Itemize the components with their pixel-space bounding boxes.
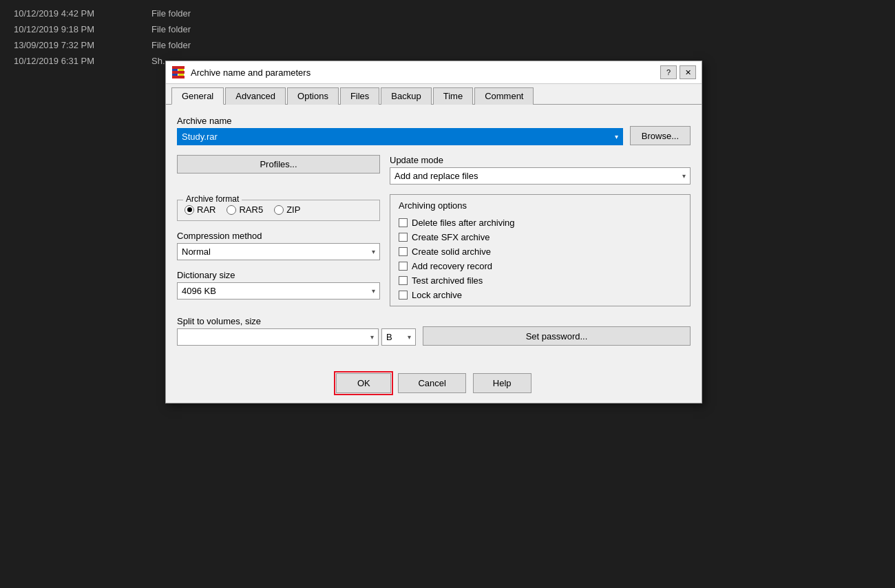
split-value-dropdown[interactable]: ▾	[177, 328, 379, 346]
title-bar: Archive name and parameters ? ✕	[166, 61, 702, 84]
split-volumes-group: Split to volumes, size ▾ B ▾	[177, 316, 416, 346]
tab-general[interactable]: General	[171, 87, 224, 105]
compression-dropdown[interactable]: Normal ▾	[177, 243, 380, 260]
profiles-button[interactable]: Profiles...	[177, 155, 380, 174]
tab-files[interactable]: Files	[340, 87, 379, 105]
archive-name-row: Archive name Study.rar ▾ Browse...	[177, 116, 691, 145]
bg-date-4: 10/12/2019 6:31 PM	[14, 56, 124, 66]
dictionary-label: Dictionary size	[177, 270, 380, 280]
profiles-section: Profiles...	[177, 155, 380, 185]
archiving-options-box: Archiving options Delete files after arc…	[390, 194, 691, 306]
checkbox-delete-box	[399, 218, 408, 227]
split-unit-chevron-icon: ▾	[408, 333, 411, 341]
compression-label: Compression method	[177, 231, 380, 241]
title-bar-controls: ? ✕	[660, 65, 696, 79]
tab-bar: General Advanced Options Files Backup Ti…	[166, 84, 702, 105]
checkbox-recovery[interactable]: Add recovery record	[399, 261, 682, 271]
cancel-button[interactable]: Cancel	[398, 373, 465, 393]
split-inputs-row: ▾ B ▾	[177, 328, 416, 346]
dialog-footer: OK Cancel Help	[166, 366, 702, 403]
archive-name-chevron-icon: ▾	[615, 133, 618, 140]
dialog-title: Archive name and parameters	[191, 67, 655, 78]
ok-button[interactable]: OK	[336, 373, 391, 393]
compression-chevron-icon: ▾	[372, 248, 375, 255]
bg-row-3: 13/09/2019 7:32 PM File folder	[14, 37, 881, 53]
help-button[interactable]: Help	[473, 373, 531, 393]
checkbox-lock-box	[399, 291, 408, 300]
checkbox-solid[interactable]: Create solid archive	[399, 246, 682, 257]
dictionary-dropdown[interactable]: 4096 KB ▾	[177, 282, 380, 300]
compression-method-group: Compression method Normal ▾	[177, 231, 380, 260]
tab-options[interactable]: Options	[287, 87, 339, 105]
bg-type-3: File folder	[151, 40, 191, 50]
profiles-updatemode-row: Profiles... Update mode Add and replace …	[177, 155, 691, 185]
dictionary-size-group: Dictionary size 4096 KB ▾	[177, 270, 380, 300]
bg-type-1: File folder	[151, 8, 191, 19]
update-mode-group: Update mode Add and replace files ▾	[390, 155, 691, 185]
radio-rar5-circle	[227, 205, 236, 215]
winrar-icon	[171, 65, 185, 79]
bg-date-1: 10/12/2019 4:42 PM	[14, 8, 124, 19]
radio-zip[interactable]: ZIP	[274, 204, 300, 215]
archive-format-label: Archive format	[183, 194, 242, 204]
set-password-button[interactable]: Set password...	[423, 326, 691, 346]
tab-time[interactable]: Time	[433, 87, 473, 105]
update-mode-chevron-icon: ▾	[682, 172, 686, 180]
bg-date-2: 10/12/2019 9:18 PM	[14, 24, 124, 34]
archive-format-radio-group: RAR RAR5 ZIP	[185, 204, 372, 215]
browse-button[interactable]: Browse...	[630, 126, 691, 145]
radio-zip-circle	[274, 205, 284, 215]
main-options-row: Archive format RAR RAR5 ZIP	[177, 194, 691, 306]
radio-rar-circle	[185, 205, 194, 215]
tab-comment[interactable]: Comment	[474, 87, 534, 105]
checkbox-solid-box	[399, 247, 408, 256]
split-label: Split to volumes, size	[177, 316, 416, 326]
update-mode-dropdown[interactable]: Add and replace files ▾	[390, 167, 691, 185]
checkbox-lock[interactable]: Lock archive	[399, 290, 682, 300]
archive-name-label: Archive name	[177, 116, 623, 126]
split-unit-dropdown[interactable]: B ▾	[381, 328, 416, 346]
archive-name-input[interactable]: Study.rar ▾	[177, 128, 623, 145]
checkbox-test[interactable]: Test archived files	[399, 275, 682, 286]
bg-row-2: 10/12/2019 9:18 PM File folder	[14, 21, 881, 37]
archive-name-field-group: Archive name Study.rar ▾	[177, 116, 623, 145]
tab-advanced[interactable]: Advanced	[225, 87, 286, 105]
svg-rect-4	[172, 76, 185, 78]
dialog-body: Archive name Study.rar ▾ Browse... Profi…	[166, 105, 702, 366]
tab-backup[interactable]: Backup	[381, 87, 431, 105]
checkbox-sfx-box	[399, 233, 408, 242]
split-chevron-icon: ▾	[370, 333, 374, 341]
archive-format-box: Archive format RAR RAR5 ZIP	[177, 200, 380, 221]
checkbox-test-box	[399, 276, 408, 285]
help-title-btn[interactable]: ?	[660, 65, 677, 79]
dictionary-chevron-icon: ▾	[372, 287, 375, 295]
checkbox-sfx[interactable]: Create SFX archive	[399, 232, 682, 242]
update-mode-label: Update mode	[390, 155, 691, 165]
bg-row-1: 10/12/2019 4:42 PM File folder	[14, 6, 881, 21]
radio-rar5[interactable]: RAR5	[227, 204, 263, 215]
radio-rar[interactable]: RAR	[185, 204, 215, 215]
close-title-btn[interactable]: ✕	[680, 65, 696, 79]
dialog: Archive name and parameters ? ✕ General …	[165, 61, 702, 403]
archiving-options-title: Archiving options	[399, 200, 682, 211]
right-column: Archiving options Delete files after arc…	[390, 194, 691, 306]
left-column: Archive format RAR RAR5 ZIP	[177, 194, 380, 306]
svg-rect-2	[172, 66, 185, 69]
split-volumes-row: Split to volumes, size ▾ B ▾ Set passwor…	[177, 316, 691, 346]
checkbox-recovery-box	[399, 262, 408, 271]
bg-type-2: File folder	[151, 24, 191, 34]
bg-date-3: 13/09/2019 7:32 PM	[14, 40, 124, 50]
svg-rect-3	[172, 71, 185, 74]
checkbox-delete[interactable]: Delete files after archiving	[399, 218, 682, 228]
